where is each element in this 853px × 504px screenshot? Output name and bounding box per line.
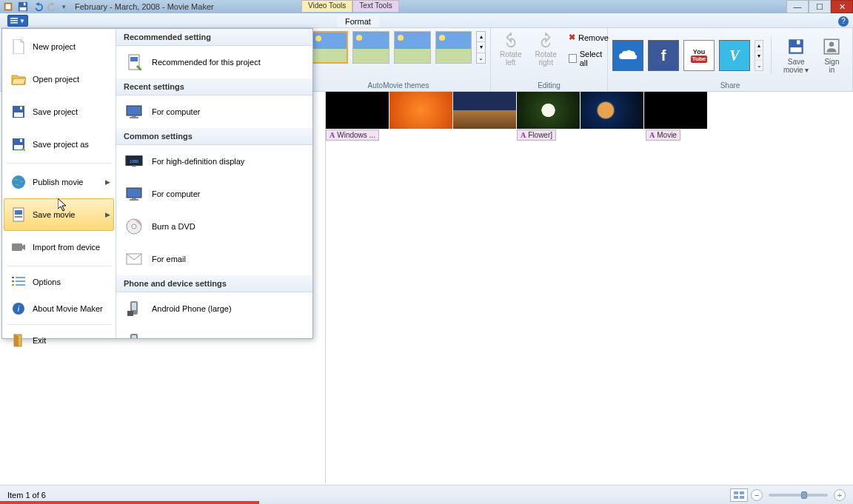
svg-rect-51 — [132, 335, 136, 338]
file-menu-button[interactable]: ▼ — [7, 15, 28, 27]
svg-rect-22 — [15, 216, 22, 218]
chevron-down-icon: ▼ — [19, 18, 25, 24]
clip-thumb[interactable] — [326, 92, 389, 129]
select-all-button[interactable]: Select all — [566, 48, 612, 69]
minimize-button[interactable]: — — [786, 0, 809, 13]
svg-rect-23 — [12, 243, 22, 251]
submenu-heading: Phone and device settings — [116, 275, 312, 292]
file-menu-new-project[interactable]: New project — [4, 30, 114, 63]
svg-rect-49 — [127, 311, 133, 316]
svg-rect-42 — [132, 198, 136, 199]
share-gallery-more[interactable]: ▴▾⌄ — [755, 40, 763, 71]
save-movie-button[interactable]: Savemovie ▾ — [779, 36, 813, 75]
clip-thumb[interactable] — [644, 92, 708, 129]
file-menu-open-project[interactable]: Open project — [4, 63, 114, 95]
share-vimeo-button[interactable]: V — [719, 40, 750, 71]
file-menu-about[interactable]: i About Movie Maker — [4, 295, 114, 322]
page-blank-icon — [10, 38, 27, 55]
theme-thumb[interactable] — [394, 31, 431, 64]
caption-text: Windows ... — [337, 131, 375, 139]
context-tab-video[interactable]: Video Tools — [301, 0, 352, 12]
hd-monitor-icon: 1080 — [125, 152, 143, 170]
share-facebook-button[interactable]: f — [648, 40, 679, 71]
info-icon: i — [10, 300, 27, 317]
svg-rect-29 — [16, 284, 25, 286]
caption-tag[interactable]: AMovie — [646, 130, 680, 141]
file-menu-save-project-as[interactable]: Save project as — [4, 128, 114, 161]
submenu-for-email[interactable]: For email — [116, 243, 312, 275]
ribbon-group-label: Editing — [495, 80, 603, 90]
theme-thumb[interactable] — [435, 31, 472, 64]
submenu-hd-display[interactable]: 1080 For high-definition display — [116, 145, 312, 178]
submenu-for-computer[interactable]: For computer — [116, 95, 312, 128]
dvd-icon — [125, 218, 143, 235]
menu-label: New project — [33, 42, 76, 51]
camera-icon — [10, 239, 27, 255]
submenu-heading: Recommended setting — [116, 29, 312, 46]
clip-thumb[interactable] — [517, 92, 581, 129]
submenu-heading: Common settings — [116, 128, 312, 145]
file-menu-save-project[interactable]: Save project — [4, 95, 114, 128]
file-menu-exit[interactable]: Exit — [4, 327, 114, 354]
theme-gallery-more[interactable]: ▴▾⌄ — [476, 31, 486, 64]
submenu-heading: Recent settings — [116, 78, 312, 95]
menu-label: About Movie Maker — [33, 304, 103, 313]
redo-icon[interactable] — [47, 1, 58, 12]
menu-label: Save project — [33, 107, 78, 116]
door-icon — [10, 332, 27, 349]
zoom-in-button[interactable]: + — [834, 489, 846, 501]
caption-tag[interactable]: AFlower] — [517, 130, 556, 141]
menu-label: Save movie — [33, 210, 75, 219]
svg-rect-4 — [24, 3, 26, 6]
ribbon-tab-format[interactable]: Format — [337, 15, 379, 27]
svg-rect-14 — [14, 112, 23, 117]
envelope-icon — [125, 250, 143, 268]
file-menu-left: New project Open project Save project Sa… — [2, 29, 116, 338]
clip-thumb[interactable] — [581, 92, 644, 129]
share-onedrive-button[interactable] — [612, 40, 643, 71]
ribbon-group-share: f You Tube V ▴▾⌄ Savemovie ▾ Signin Shar… — [608, 28, 853, 91]
clip-thumb[interactable] — [453, 92, 517, 129]
submenu-recommended[interactable]: Recommended for this project — [116, 46, 312, 78]
context-tab-text[interactable]: Text Tools — [352, 0, 398, 12]
undo-icon[interactable] — [33, 1, 43, 12]
remove-button[interactable]: ✖ Remove — [566, 31, 612, 44]
maximize-button[interactable]: ☐ — [809, 0, 831, 13]
floppy-icon — [10, 136, 27, 152]
theme-thumb[interactable] — [311, 31, 348, 64]
file-menu-publish-movie[interactable]: Publish movie ▶ — [4, 166, 114, 198]
zoom-slider[interactable] — [769, 494, 828, 497]
save-icon[interactable] — [18, 1, 28, 12]
select-all-label: Select all — [580, 50, 609, 67]
submenu-android-large[interactable]: Android Phone (large) — [116, 292, 312, 325]
storyboard[interactable]: AWindows ... AFlower] AMovie — [326, 92, 853, 483]
view-mode-button[interactable] — [730, 488, 748, 502]
rotate-right-button: Rotateright — [530, 31, 561, 68]
submenu-android-medium[interactable]: Android Phone (medium) — [116, 325, 312, 338]
sign-in-button[interactable]: Signin — [817, 36, 846, 75]
qat-more-icon[interactable]: ▾ — [62, 3, 66, 10]
phone-icon — [125, 300, 143, 317]
file-menu-save-movie[interactable]: Save movie ▶ — [4, 198, 114, 231]
file-menu-right: Recommended setting Recommended for this… — [116, 29, 312, 338]
caption-tag[interactable]: AWindows ... — [326, 130, 379, 141]
zoom-out-button[interactable]: − — [751, 489, 763, 501]
share-youtube-button[interactable]: You Tube — [683, 40, 715, 71]
clip-thumb[interactable] — [389, 92, 453, 129]
help-icon[interactable]: ? — [838, 16, 849, 27]
file-menu-import-device[interactable]: Import from device — [4, 231, 114, 263]
submenu-label: Burn a DVD — [152, 222, 195, 231]
status-text: Item 1 of 6 — [7, 491, 46, 500]
theme-thumb[interactable] — [352, 31, 389, 64]
phone-icon — [125, 332, 143, 338]
svg-rect-43 — [130, 199, 138, 201]
svg-rect-55 — [734, 496, 738, 499]
youtube-label-top: You — [693, 48, 705, 56]
menu-label: Import from device — [33, 243, 100, 252]
submenu-for-computer-2[interactable]: For computer — [116, 178, 312, 210]
file-menu-options[interactable]: Options — [4, 269, 114, 295]
svg-rect-25 — [16, 277, 25, 278]
close-button[interactable]: ✕ — [831, 0, 853, 13]
submenu-label: Android Phone (medium) — [152, 337, 242, 338]
submenu-burn-dvd[interactable]: Burn a DVD — [116, 210, 312, 243]
